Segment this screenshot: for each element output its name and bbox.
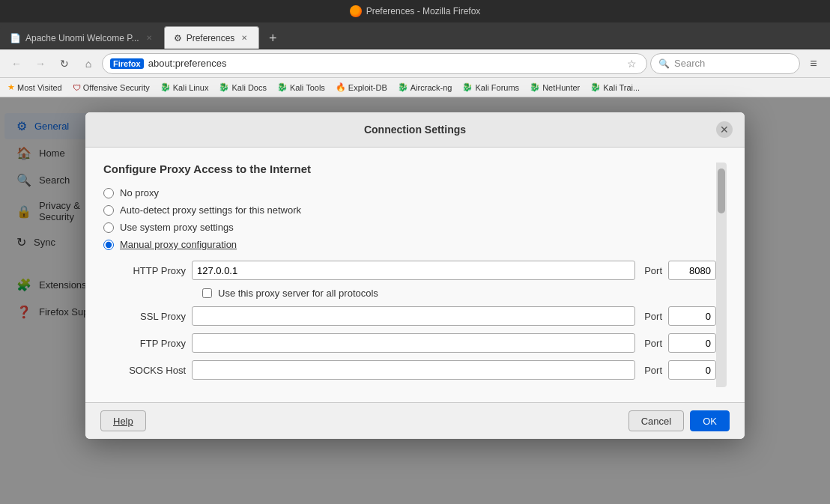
ftp-port-label: Port [644, 338, 662, 349]
kali-icon: 🐉 [160, 82, 171, 92]
bookmarks-bar: ★ Most Visited 🛡 Offensive Security 🐉 Ka… [0, 78, 830, 97]
bookmark-offensive-security[interactable]: 🛡 Offensive Security [68, 82, 154, 94]
window-title: Preferences - Mozilla Firefox [366, 6, 481, 16]
search-bar[interactable]: 🔍 Search [650, 53, 800, 74]
shield-icon: 🛡 [73, 83, 81, 92]
bookmark-kali-training[interactable]: 🐉 Kali Trai... [586, 81, 644, 94]
http-proxy-label: HTTP Proxy [118, 265, 186, 276]
forward-button[interactable]: → [30, 53, 51, 74]
socks-port-label: Port [644, 365, 662, 376]
tab-apache-label: Apache Unomi Welcome P... [25, 33, 139, 43]
radio-manual-proxy-input[interactable] [103, 240, 114, 250]
kali-tools-icon: 🐉 [277, 82, 288, 92]
nethunter-icon: 🐉 [530, 82, 540, 92]
radio-no-proxy-label: No proxy [120, 187, 159, 198]
socks-proxy-row: SOCKS Host Port [118, 360, 716, 380]
star-icon: ★ [7, 82, 15, 92]
all-protocols-row: Use this proxy server for all protocols [202, 288, 716, 299]
radio-auto-detect[interactable]: Auto-detect proxy settings for this netw… [103, 204, 716, 216]
bookmark-kali-docs[interactable]: 🐉 Kali Docs [214, 81, 270, 94]
bookmark-nethunter[interactable]: 🐉 NetHunter [525, 81, 584, 94]
radio-system-proxy-input[interactable] [103, 222, 114, 233]
bookmark-most-visited[interactable]: ★ Most Visited [3, 81, 67, 94]
menu-button[interactable]: ≡ [803, 53, 824, 74]
bookmark-nethunter-label: NetHunter [542, 83, 580, 92]
cancel-button[interactable]: Cancel [628, 410, 684, 431]
bookmark-kali-forums[interactable]: 🐉 Kali Forums [458, 81, 524, 94]
bookmark-kali-training-label: Kali Trai... [603, 83, 640, 92]
bookmark-star-icon[interactable]: ☆ [624, 56, 639, 71]
bookmark-exploit-db-label: Exploit-DB [348, 83, 387, 92]
bookmark-aircrack[interactable]: 🐉 Aircrack-ng [393, 81, 457, 94]
kali-training-icon: 🐉 [590, 82, 601, 92]
bookmark-kali-tools[interactable]: 🐉 Kali Tools [273, 81, 330, 94]
all-protocols-label: Use this proxy server for all protocols [218, 288, 378, 299]
ssl-proxy-label: SSL Proxy [118, 311, 186, 322]
firefox-logo-icon [350, 5, 362, 17]
bookmark-exploit-db[interactable]: 🔥 Exploit-DB [331, 81, 392, 94]
aircrack-icon: 🐉 [398, 82, 408, 92]
reload-button[interactable]: ↻ [54, 53, 75, 74]
bookmark-kali-forums-label: Kali Forums [475, 83, 519, 92]
socks-proxy-label: SOCKS Host [118, 365, 186, 376]
radio-no-proxy-input[interactable] [103, 188, 114, 198]
socks-proxy-input[interactable] [192, 360, 635, 380]
tab-page-icon: 📄 [10, 33, 21, 43]
tab-preferences-close[interactable]: ✕ [239, 33, 249, 43]
tab-bar: 📄 Apache Unomi Welcome P... ✕ ⚙ Preferen… [0, 22, 830, 49]
browser-main: ⚙ General 🏠 Home 🔍 Search 🔒 Privacy & Se… [0, 97, 830, 504]
kali-docs-icon: 🐉 [219, 82, 229, 92]
ftp-proxy-row: FTP Proxy Port [118, 333, 716, 353]
connection-settings-dialog: Connection Settings ✕ Configure Proxy Ac… [85, 112, 745, 439]
new-tab-button[interactable]: + [262, 28, 283, 49]
bookmark-kali-linux-label: Kali Linux [173, 83, 209, 92]
ssl-proxy-input[interactable] [192, 306, 635, 326]
bookmark-most-visited-label: Most Visited [17, 83, 62, 92]
section-heading: Configure Proxy Access to the Internet [103, 163, 716, 175]
radio-auto-detect-label: Auto-detect proxy settings for this netw… [120, 204, 301, 216]
tab-apache-close[interactable]: ✕ [144, 33, 154, 43]
dialog-overlay: Connection Settings ✕ Configure Proxy Ac… [0, 97, 830, 504]
tab-preferences[interactable]: ⚙ Preferences ✕ [164, 26, 260, 49]
back-button[interactable]: ← [6, 53, 27, 74]
http-proxy-input[interactable] [192, 261, 635, 280]
radio-no-proxy[interactable]: No proxy [103, 187, 716, 198]
address-bar[interactable]: Firefox about:preferences ☆ [102, 53, 647, 74]
radio-auto-detect-input[interactable] [103, 205, 114, 216]
ftp-proxy-input[interactable] [192, 333, 635, 353]
all-protocols-checkbox[interactable] [202, 288, 212, 298]
radio-system-proxy[interactable]: Use system proxy settings [103, 222, 716, 233]
home-button[interactable]: ⌂ [78, 53, 99, 74]
ok-button[interactable]: OK [690, 410, 730, 431]
exploit-db-icon: 🔥 [336, 82, 346, 92]
bookmark-offensive-label: Offensive Security [83, 83, 150, 92]
title-bar: Preferences - Mozilla Firefox [0, 0, 830, 22]
ftp-port-input[interactable] [668, 333, 716, 353]
proxy-fields: HTTP Proxy Port Use this proxy server fo… [118, 261, 716, 380]
ssl-port-label: Port [644, 311, 662, 322]
firefox-badge: Firefox [110, 58, 144, 69]
socks-port-input[interactable] [668, 360, 716, 380]
bookmark-aircrack-label: Aircrack-ng [411, 83, 452, 92]
http-port-label: Port [644, 265, 662, 276]
scrollbar-thumb[interactable] [718, 168, 725, 213]
ssl-port-input[interactable] [668, 306, 716, 326]
http-proxy-row: HTTP Proxy Port [118, 261, 716, 280]
bookmark-kali-tools-label: Kali Tools [290, 83, 325, 92]
help-button[interactable]: Help [100, 410, 146, 431]
http-port-input[interactable] [668, 261, 716, 280]
bookmark-kali-linux[interactable]: 🐉 Kali Linux [156, 81, 213, 94]
kali-forums-icon: 🐉 [462, 82, 473, 92]
tab-apache[interactable]: 📄 Apache Unomi Welcome P... ✕ [0, 26, 164, 49]
nav-bar: ← → ↻ ⌂ Firefox about:preferences ☆ 🔍 Se… [0, 49, 830, 78]
footer-left: Help [100, 410, 146, 431]
ftp-proxy-label: FTP Proxy [118, 338, 186, 349]
address-text: about:preferences [148, 58, 620, 69]
dialog-body: Configure Proxy Access to the Internet N… [85, 148, 745, 402]
search-icon: 🔍 [658, 58, 670, 69]
radio-manual-proxy[interactable]: Manual proxy configuration [103, 239, 716, 250]
radio-manual-proxy-label: Manual proxy configuration [120, 239, 237, 250]
dialog-scrollbar[interactable] [716, 163, 727, 387]
dialog-close-button[interactable]: ✕ [716, 121, 733, 138]
dialog-footer: Help Cancel OK [85, 402, 745, 439]
